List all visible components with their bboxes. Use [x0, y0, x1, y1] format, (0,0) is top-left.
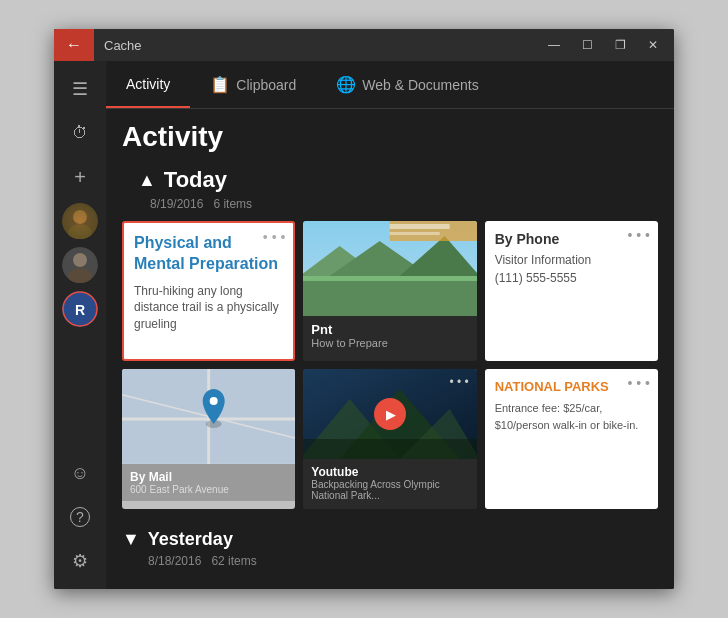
help-icon: ?	[70, 507, 90, 527]
settings-icon: ⚙	[72, 550, 88, 572]
window-controls: — ☐ ❐ ✕	[538, 34, 674, 56]
card-map[interactable]: By Mail 600 East Park Avenue	[122, 369, 295, 509]
card-1-title: Physical and Mental Preparation	[134, 233, 283, 275]
tab-web-documents[interactable]: 🌐 Web & Documents	[316, 61, 498, 108]
yesterday-count: 62 items	[211, 554, 256, 568]
svg-point-5	[73, 253, 87, 267]
cards-grid: • • • Physical and Mental Preparation Th…	[122, 221, 658, 509]
hamburger-icon: ☰	[72, 78, 88, 100]
tab-activity[interactable]: Activity	[106, 61, 190, 108]
sidebar-history[interactable]: ⏱	[60, 113, 100, 153]
card-5-title: Backpacking Across Olympic National Park…	[311, 479, 468, 501]
sidebar-settings[interactable]: ⚙	[60, 541, 100, 581]
app-window: ← Cache — ☐ ❐ ✕ ☰ ⏱ +	[54, 29, 674, 589]
add-icon: +	[74, 166, 86, 189]
clipboard-icon: 📋	[210, 75, 230, 94]
today-date: 8/19/2016	[150, 197, 203, 211]
card-4-bottom: By Mail 600 East Park Avenue	[122, 464, 295, 501]
card-6-body-text: Entrance fee: $25/car, $10/person walk-i…	[495, 400, 648, 433]
svg-point-3	[62, 203, 98, 239]
restore-button[interactable]: ☐	[572, 34, 603, 56]
minimize-button[interactable]: —	[538, 34, 570, 56]
card-1-dots[interactable]: • • •	[263, 229, 285, 245]
svg-rect-15	[303, 276, 476, 281]
today-count: 6 items	[213, 197, 252, 211]
svg-text:R: R	[75, 302, 85, 318]
back-icon: ←	[66, 36, 82, 54]
yesterday-section-header: ▼ Yesterday	[122, 525, 658, 554]
card-2-image	[303, 221, 476, 316]
today-chevron[interactable]: ▲	[138, 170, 156, 191]
card-4-label: By Mail	[130, 470, 287, 484]
web-icon: 🌐	[336, 75, 356, 94]
close-button[interactable]: ✕	[638, 34, 668, 56]
main-layout: ☰ ⏱ +	[54, 61, 674, 589]
card-youtube[interactable]: ▶ • • • Youtube Backpacking Across Olymp…	[303, 369, 476, 509]
emoji-icon: ☺	[71, 463, 89, 484]
card-5-source: Youtube	[311, 465, 468, 479]
back-button[interactable]: ←	[54, 29, 94, 61]
yesterday-subtitle: 8/18/2016 62 items	[122, 554, 658, 568]
page-title: Activity	[122, 121, 658, 153]
card-national-parks[interactable]: • • • NATIONAL PARKS Entrance fee: $25/c…	[485, 369, 658, 509]
today-section-header: ▲ Today	[122, 153, 658, 197]
svg-rect-17	[390, 224, 450, 229]
content-area: Activity 📋 Clipboard 🌐 Web & Documents A…	[106, 61, 674, 589]
tabbar: Activity 📋 Clipboard 🌐 Web & Documents	[106, 61, 674, 109]
avatar-3[interactable]: R	[62, 291, 98, 327]
sidebar-add[interactable]: +	[60, 157, 100, 197]
tab-web-documents-label: Web & Documents	[362, 77, 478, 93]
svg-rect-11	[303, 276, 476, 316]
card-4-map	[122, 369, 295, 464]
sidebar-help[interactable]: ?	[60, 497, 100, 537]
scroll-area[interactable]: ▲ Today 8/19/2016 6 items • • • Physical…	[106, 153, 674, 589]
play-icon: ▶	[386, 407, 396, 422]
card-6-title: NATIONAL PARKS	[495, 379, 648, 394]
card-3-dots[interactable]: • • •	[628, 227, 650, 243]
card-by-phone[interactable]: • • • By Phone Visitor Information (111)…	[485, 221, 658, 361]
card-pnt[interactable]: Pnt How to Prepare	[303, 221, 476, 361]
card-3-line2: (111) 555-5555	[495, 269, 648, 287]
svg-rect-18	[390, 232, 440, 235]
tab-clipboard-label: Clipboard	[236, 77, 296, 93]
sidebar-hamburger-menu[interactable]: ☰	[60, 69, 100, 109]
card-3-line1: Visitor Information	[495, 251, 648, 269]
avatar-1[interactable]	[62, 203, 98, 239]
today-title: Today	[164, 167, 227, 193]
card-physical-mental[interactable]: • • • Physical and Mental Preparation Th…	[122, 221, 295, 361]
yesterday-chevron[interactable]: ▼	[122, 529, 140, 550]
card-4-address: 600 East Park Avenue	[130, 484, 287, 495]
svg-point-25	[210, 397, 218, 405]
tab-clipboard[interactable]: 📋 Clipboard	[190, 61, 316, 108]
svg-rect-30	[303, 439, 476, 459]
card-6-dots[interactable]: • • •	[628, 375, 650, 391]
today-subtitle: 8/19/2016 6 items	[122, 197, 658, 221]
avatar-2[interactable]	[62, 247, 98, 283]
window-title: Cache	[94, 38, 538, 53]
card-5-body: Youtube Backpacking Across Olympic Natio…	[303, 459, 476, 507]
history-icon: ⏱	[72, 124, 88, 142]
maximize-button[interactable]: ❐	[605, 34, 636, 56]
page-heading: Activity	[106, 109, 674, 153]
tab-activity-label: Activity	[126, 76, 170, 92]
sidebar: ☰ ⏱ +	[54, 61, 106, 589]
card-5-dots[interactable]: • • •	[449, 375, 468, 389]
card-3-title: By Phone	[495, 231, 648, 247]
yesterday-title: Yesterday	[148, 529, 233, 550]
card-5-thumb: ▶ • • •	[303, 369, 476, 459]
card-2-subtitle: How to Prepare	[311, 337, 468, 349]
card-1-text: Thru-hiking any long distance trail is a…	[134, 283, 283, 333]
titlebar: ← Cache — ☐ ❐ ✕	[54, 29, 674, 61]
sidebar-emoji[interactable]: ☺	[60, 453, 100, 493]
card-2-body: Pnt How to Prepare	[303, 316, 476, 355]
yesterday-date: 8/18/2016	[148, 554, 201, 568]
card-2-label: Pnt	[311, 322, 468, 337]
